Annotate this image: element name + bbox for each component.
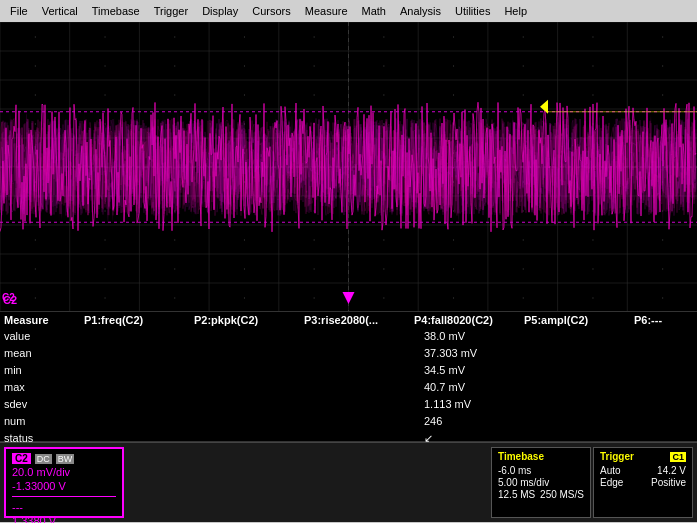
ch2-screen-label: C2 xyxy=(2,292,15,303)
measure-title: Measure xyxy=(4,314,64,326)
p4-sdev xyxy=(334,396,424,413)
timebase-box: Timebase -6.0 ms 5.00 ms/div 12.5 MS 250… xyxy=(491,447,591,518)
menu-trigger[interactable]: Trigger xyxy=(148,3,194,19)
spacer xyxy=(128,443,409,522)
p1-sdev xyxy=(64,396,154,413)
measurements-header: Measure P1:freq(C2) P2:pkpk(C2) P3:rise2… xyxy=(4,314,693,326)
p1-max xyxy=(64,379,154,396)
p1-mean xyxy=(64,345,154,362)
ch2-divider xyxy=(12,496,116,497)
ch2-badge: C2 xyxy=(12,453,31,464)
bottom-info-bar: C2 DC BW 20.0 mV/div -1.33000 V --- 1.33… xyxy=(0,442,697,522)
menu-cursors[interactable]: Cursors xyxy=(246,3,297,19)
p4-min xyxy=(334,362,424,379)
menu-file[interactable]: File xyxy=(4,3,34,19)
trigger-row1: Auto 14.2 V xyxy=(600,465,686,476)
p3-mean xyxy=(244,345,334,362)
menu-timebase[interactable]: Timebase xyxy=(86,3,146,19)
p7-min xyxy=(604,362,694,379)
label-num: num xyxy=(4,413,64,430)
p6-header: P6:--- xyxy=(634,314,697,326)
p1-min xyxy=(64,362,154,379)
ch2-info-box: C2 DC BW 20.0 mV/div -1.33000 V --- 1.33… xyxy=(4,447,124,518)
p7-value xyxy=(604,328,694,345)
measurements-panel: Measure P1:freq(C2) P2:pkpk(C2) P3:rise2… xyxy=(0,312,697,442)
timebase-val1: -6.0 ms xyxy=(498,465,531,476)
p3-header: P3:rise2080(... xyxy=(304,314,394,326)
timebase-row3: 12.5 MS 250 MS/S xyxy=(498,489,584,500)
menu-utilities[interactable]: Utilities xyxy=(449,3,496,19)
ch2-volts-div: 20.0 mV/div xyxy=(12,466,116,478)
p3-min xyxy=(244,362,334,379)
measurements-data: value 38.0 mV mean 37.303 mV min 34.5 mV… xyxy=(4,328,693,447)
trigger-title: Trigger xyxy=(600,451,634,462)
label-min: min xyxy=(4,362,64,379)
waveform-display xyxy=(0,22,697,312)
p4-value xyxy=(334,328,424,345)
menu-analysis[interactable]: Analysis xyxy=(394,3,447,19)
trigger-value: 14.2 V xyxy=(657,465,686,476)
p2-mean xyxy=(154,345,244,362)
trigger-ch-badge: C1 xyxy=(670,452,686,462)
right-info-boxes: Timebase -6.0 ms 5.00 ms/div 12.5 MS 250… xyxy=(409,443,698,522)
p7-max xyxy=(604,379,694,396)
ch2-info-header: C2 DC BW xyxy=(12,453,116,464)
oscilloscope-screen: C2 xyxy=(0,22,697,312)
p2-value xyxy=(154,328,244,345)
timebase-val2: 5.00 ms/div xyxy=(498,477,549,488)
trigger-polarity: Positive xyxy=(651,477,686,488)
p7-sdev xyxy=(604,396,694,413)
label-sdev: sdev xyxy=(4,396,64,413)
p6-mean xyxy=(514,345,604,362)
p6-num xyxy=(514,413,604,430)
p1-value xyxy=(64,328,154,345)
p5-num: 246 xyxy=(424,413,514,430)
p5-max: 40.7 mV xyxy=(424,379,514,396)
p6-value xyxy=(514,328,604,345)
trigger-type: Auto xyxy=(600,465,621,476)
ch2-extra: --- xyxy=(12,501,116,513)
p4-num xyxy=(334,413,424,430)
bw-badge: BW xyxy=(56,454,75,464)
timebase-title: Timebase xyxy=(498,451,544,462)
menu-vertical[interactable]: Vertical xyxy=(36,3,84,19)
dc-badge: DC xyxy=(35,454,52,464)
timebase-val4: 250 MS/S xyxy=(540,489,584,500)
menu-help[interactable]: Help xyxy=(498,3,533,19)
p5-mean: 37.303 mV xyxy=(424,345,514,362)
label-value: value xyxy=(4,328,64,345)
p5-min: 34.5 mV xyxy=(424,362,514,379)
p7-num xyxy=(604,413,694,430)
p2-max xyxy=(154,379,244,396)
label-status: status xyxy=(4,430,64,447)
p4-mean xyxy=(334,345,424,362)
p7-mean xyxy=(604,345,694,362)
trigger-mode: Edge xyxy=(600,477,623,488)
menu-math[interactable]: Math xyxy=(356,3,392,19)
p6-sdev xyxy=(514,396,604,413)
p6-max xyxy=(514,379,604,396)
p1-num xyxy=(64,413,154,430)
ch2-offset: -1.33000 V xyxy=(12,480,116,492)
p3-value xyxy=(244,328,334,345)
p4-header: P4:fall8020(C2) xyxy=(414,314,504,326)
timebase-row2: 5.00 ms/div xyxy=(498,477,584,488)
menu-display[interactable]: Display xyxy=(196,3,244,19)
p5-value: 38.0 mV xyxy=(424,328,514,345)
timebase-val3: 12.5 MS xyxy=(498,489,535,500)
trigger-header: Trigger C1 xyxy=(600,451,686,462)
menu-bar: File Vertical Timebase Trigger Display C… xyxy=(0,0,697,22)
p2-header: P2:pkpk(C2) xyxy=(194,314,284,326)
timebase-header: Timebase xyxy=(498,451,584,462)
p2-sdev xyxy=(154,396,244,413)
ch2-coupling: 1.3380 V xyxy=(12,515,116,523)
p3-max xyxy=(244,379,334,396)
p2-min xyxy=(154,362,244,379)
p6-min xyxy=(514,362,604,379)
p4-max xyxy=(334,379,424,396)
trigger-row2: Edge Positive xyxy=(600,477,686,488)
label-max: max xyxy=(4,379,64,396)
timebase-row1: -6.0 ms xyxy=(498,465,584,476)
menu-measure[interactable]: Measure xyxy=(299,3,354,19)
p3-num xyxy=(244,413,334,430)
